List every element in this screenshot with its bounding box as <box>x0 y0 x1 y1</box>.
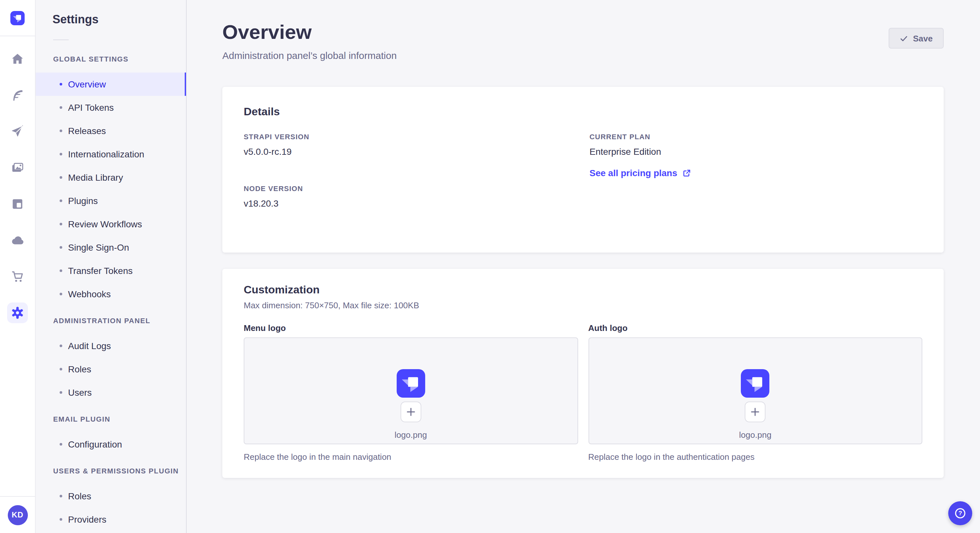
subnav-item-api-tokens[interactable]: API Tokens <box>36 96 186 119</box>
subnav-item-review-workflows[interactable]: Review Workflows <box>36 213 186 236</box>
bullet-icon <box>60 130 62 132</box>
subnav-item-providers[interactable]: Providers <box>36 508 186 531</box>
subnav-item-single-sign-on[interactable]: Single Sign-On <box>36 236 186 259</box>
bullet-icon <box>60 443 62 446</box>
subnav-item-label: Media Library <box>68 171 123 184</box>
subnav-item-label: Internationalization <box>68 148 144 160</box>
subnav-item-label: Configuration <box>68 438 122 451</box>
bullet-icon <box>60 391 62 394</box>
strapi-logo-icon[interactable] <box>10 11 25 25</box>
node-version-value: v18.20.3 <box>244 197 576 210</box>
subnav-item-overview[interactable]: Overview <box>36 73 186 96</box>
strapi-version-value: v5.0.0-rc.19 <box>244 145 576 158</box>
cart-icon[interactable] <box>7 266 28 287</box>
bullet-icon <box>60 344 62 347</box>
subnav-item-audit-logs[interactable]: Audit Logs <box>36 334 186 357</box>
bullet-icon <box>60 83 62 86</box>
strapi-logo-icon <box>741 369 770 398</box>
subnav-item-up-roles[interactable]: Roles <box>36 484 186 508</box>
customization-card-subtitle: Max dimension: 750×750, Max file size: 1… <box>244 300 922 311</box>
feather-icon[interactable] <box>7 85 28 106</box>
pricing-plans-link-label: See all pricing plans <box>590 167 677 179</box>
subnav-item-configuration[interactable]: Configuration <box>36 433 186 456</box>
plus-icon <box>749 406 761 418</box>
subnav-item-plugins[interactable]: Plugins <box>36 189 186 213</box>
subnav-item-webhooks[interactable]: Webhooks <box>36 282 186 306</box>
subnav-item-label: Review Workflows <box>68 217 142 230</box>
subnav-section-users-permissions-plugin: USERS & PERMISSIONS PLUGIN <box>53 466 186 476</box>
strapi-version-field: STRAPI VERSION v5.0.0-rc.19 <box>244 132 576 158</box>
details-card-title: Details <box>244 105 922 119</box>
media-library-icon[interactable] <box>7 157 28 178</box>
menu-logo-caption: Replace the logo in the main navigation <box>244 452 578 462</box>
bullet-icon <box>60 153 62 155</box>
home-icon[interactable] <box>7 49 28 69</box>
bullet-icon <box>60 246 62 249</box>
customization-card: Customization Max dimension: 750×750, Ma… <box>222 269 944 478</box>
subnav-item-media-library[interactable]: Media Library <box>36 166 186 189</box>
subnav-item-label: Users <box>68 386 92 399</box>
current-plan-label: CURRENT PLAN <box>590 132 922 141</box>
add-auth-logo-button[interactable] <box>745 401 766 422</box>
page-title: Overview <box>222 19 944 45</box>
question-mark-icon: ? <box>953 506 967 520</box>
node-version-label: NODE VERSION <box>244 184 576 193</box>
subnav-section-administration-panel: ADMINISTRATION PANEL <box>53 316 186 326</box>
subnav-item-label: API Tokens <box>68 101 114 114</box>
details-left-column: STRAPI VERSION v5.0.0-rc.19 NODE VERSION… <box>244 132 576 236</box>
settings-subnav: Settings GLOBAL SETTINGS Overview API To… <box>36 0 187 533</box>
subnav-section-email-plugin: EMAIL PLUGIN <box>53 414 186 424</box>
rail-logo-section <box>0 0 35 36</box>
auth-logo-section: Auth logo <box>588 323 922 462</box>
rail-user-section: KD <box>0 496 35 533</box>
bullet-icon <box>60 106 62 109</box>
subnav-item-label: Audit Logs <box>68 339 111 352</box>
strapi-version-label: STRAPI VERSION <box>244 132 576 141</box>
layout-icon[interactable] <box>7 194 28 214</box>
subnav-item-transfer-tokens[interactable]: Transfer Tokens <box>36 259 186 282</box>
save-button[interactable]: Save <box>888 28 944 49</box>
menu-logo-label: Menu logo <box>244 323 578 333</box>
bullet-icon <box>60 223 62 225</box>
plus-icon <box>405 406 417 418</box>
auth-logo-filename: logo.png <box>739 430 772 440</box>
add-menu-logo-button[interactable] <box>401 401 421 422</box>
cloud-icon[interactable] <box>7 230 28 251</box>
auth-logo-label: Auth logo <box>588 323 922 333</box>
current-plan-field: CURRENT PLAN Enterprise Edition <box>590 132 922 158</box>
bullet-icon <box>60 270 62 272</box>
user-avatar[interactable]: KD <box>8 505 27 525</box>
help-button[interactable]: ? <box>948 501 972 525</box>
svg-text:?: ? <box>958 510 962 517</box>
subnav-title-divider <box>53 40 69 40</box>
subnav-item-internationalization[interactable]: Internationalization <box>36 143 186 166</box>
auth-logo-dropzone[interactable]: logo.png <box>588 338 922 444</box>
subnav-item-label: Plugins <box>68 194 98 207</box>
strapi-admin-app: KD Settings GLOBAL SETTINGS Overview API… <box>0 0 980 533</box>
pricing-plans-link[interactable]: See all pricing plans <box>590 167 922 179</box>
strapi-logo-icon <box>397 369 425 398</box>
subnav-item-label: Providers <box>68 513 106 526</box>
details-card: Details STRAPI VERSION v5.0.0-rc.19 NODE… <box>222 87 944 252</box>
subnav-item-label: Releases <box>68 124 106 137</box>
main-nav-rail: KD <box>0 0 36 533</box>
subnav-item-releases[interactable]: Releases <box>36 119 186 143</box>
paper-plane-icon[interactable] <box>7 121 28 142</box>
main-content: Overview Administration panel’s global i… <box>187 0 980 533</box>
details-right-column: CURRENT PLAN Enterprise Edition See all … <box>590 132 922 236</box>
subnav-item-users[interactable]: Users <box>36 381 186 404</box>
menu-logo-section: Menu logo <box>244 323 578 462</box>
auth-logo-caption: Replace the logo in the authentication p… <box>588 452 922 462</box>
external-link-icon <box>682 169 691 177</box>
menu-logo-filename: logo.png <box>395 430 427 440</box>
settings-gear-icon[interactable] <box>7 303 28 323</box>
menu-logo-dropzone[interactable]: logo.png <box>244 338 578 444</box>
bullet-icon <box>60 200 62 202</box>
details-grid: STRAPI VERSION v5.0.0-rc.19 NODE VERSION… <box>244 132 922 236</box>
page-subtitle: Administration panel’s global informatio… <box>222 49 944 62</box>
subnav-item-label: Overview <box>68 78 106 90</box>
customization-card-title: Customization <box>244 283 922 297</box>
subnav-item-admin-roles[interactable]: Roles <box>36 357 186 381</box>
node-version-field: NODE VERSION v18.20.3 <box>244 184 576 210</box>
check-icon <box>899 34 908 43</box>
